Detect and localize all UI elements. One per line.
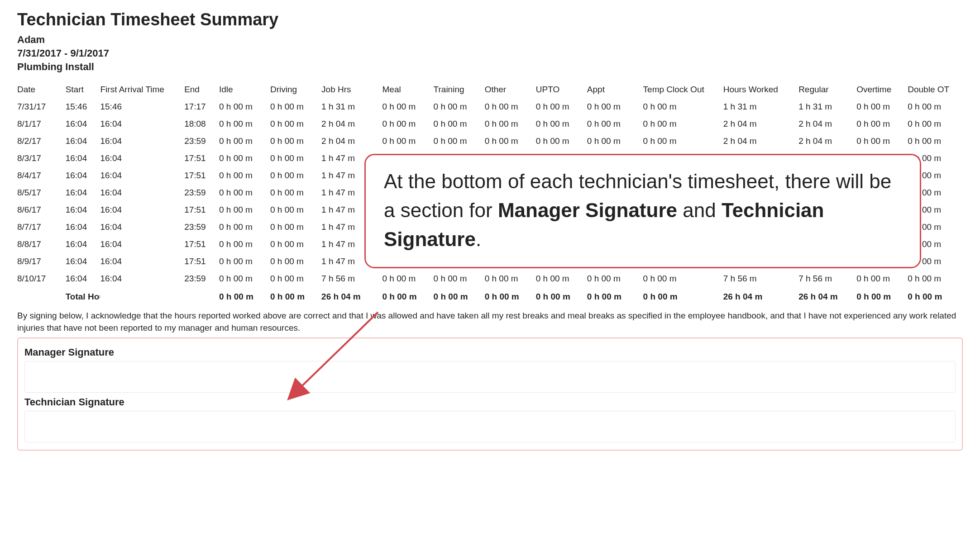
cell-upto: 0 h 00 m	[536, 270, 587, 287]
cell-regular: 2 h 04 m	[798, 115, 856, 133]
totals-dot: 0 h 00 m	[908, 287, 963, 305]
cell-job: 1 h 31 m	[321, 98, 382, 115]
col-training: Training	[434, 81, 485, 98]
cell-end: 23:59	[184, 219, 219, 236]
technician-signature-label: Technician Signature	[24, 396, 956, 408]
cell-other: 0 h 00 m	[485, 115, 536, 133]
cell-date: 8/6/17	[17, 201, 66, 219]
totals-appt: 0 h 00 m	[587, 287, 643, 305]
cell-idle: 0 h 00 m	[219, 270, 270, 287]
cell-training: 0 h 00 m	[434, 270, 485, 287]
cell-first_arrival: 16:04	[100, 219, 184, 236]
cell-appt: 0 h 00 m	[587, 98, 643, 115]
col-upto: UPTO	[536, 81, 587, 98]
cell-first_arrival: 16:04	[100, 253, 184, 270]
cell-meal: 0 h 00 m	[382, 270, 434, 287]
cell-end: 17:17	[184, 98, 219, 115]
table-row: 8/1/1716:0416:0418:080 h 00 m0 h 00 m2 h…	[17, 115, 963, 133]
cell-appt: 0 h 00 m	[587, 133, 643, 150]
totals-idle: 0 h 00 m	[219, 287, 270, 305]
col-other: Other	[485, 81, 536, 98]
cell-job: 7 h 56 m	[321, 270, 382, 287]
svg-line-0	[299, 312, 378, 389]
cell-start: 16:04	[66, 236, 100, 253]
cell-dot: 0 h 00 m	[908, 270, 963, 287]
cell-idle: 0 h 00 m	[219, 150, 270, 167]
business-unit: Plumbing Install	[17, 61, 963, 73]
cell-regular: 1 h 31 m	[798, 98, 856, 115]
cell-other: 0 h 00 m	[485, 133, 536, 150]
cell-start: 16:04	[66, 115, 100, 133]
cell-start: 16:04	[66, 201, 100, 219]
cell-first_arrival: 16:04	[100, 167, 184, 184]
cell-temp: 0 h 00 m	[643, 98, 723, 115]
col-regular: Regular	[798, 81, 856, 98]
cell-end: 17:51	[184, 236, 219, 253]
cell-temp: 0 h 00 m	[643, 133, 723, 150]
cell-start: 16:04	[66, 253, 100, 270]
cell-ot: 0 h 00 m	[856, 133, 908, 150]
cell-start: 15:46	[66, 98, 100, 115]
cell-start: 16:04	[66, 270, 100, 287]
date-range: 7/31/2017 - 9/1/2017	[17, 48, 963, 59]
table-row: 8/10/1716:0416:0423:590 h 00 m0 h 00 m7 …	[17, 270, 963, 287]
manager-signature-box[interactable]	[24, 361, 956, 393]
technician-signature-box[interactable]	[24, 411, 956, 442]
col-start: Start	[66, 81, 100, 98]
cell-date: 8/10/17	[17, 270, 66, 287]
table-row: 8/2/1716:0416:0423:590 h 00 m0 h 00 m2 h…	[17, 133, 963, 150]
cell-appt: 0 h 00 m	[587, 115, 643, 133]
cell-first_arrival: 16:04	[100, 115, 184, 133]
acknowledgement-text: By signing below, I acknowledge that the…	[17, 310, 963, 334]
cell-other: 0 h 00 m	[485, 98, 536, 115]
cell-idle: 0 h 00 m	[219, 236, 270, 253]
cell-end: 23:59	[184, 133, 219, 150]
signature-section: Manager Signature Technician Signature	[17, 337, 963, 451]
cell-regular: 2 h 04 m	[798, 133, 856, 150]
cell-date: 7/31/17	[17, 98, 66, 115]
cell-idle: 0 h 00 m	[219, 115, 270, 133]
cell-dot: 0 h 00 m	[908, 98, 963, 115]
cell-appt: 0 h 00 m	[587, 270, 643, 287]
cell-end: 17:51	[184, 253, 219, 270]
col-job-hrs: Job Hrs	[321, 81, 382, 98]
cell-first_arrival: 16:04	[100, 236, 184, 253]
cell-date: 8/2/17	[17, 133, 66, 150]
cell-regular: 7 h 56 m	[798, 270, 856, 287]
cell-meal: 0 h 00 m	[382, 115, 434, 133]
annotation-callout: At the bottom of each technician's times…	[364, 154, 921, 268]
totals-upto: 0 h 00 m	[536, 287, 587, 305]
cell-idle: 0 h 00 m	[219, 253, 270, 270]
page-title: Technician Timesheet Summary	[17, 10, 963, 29]
cell-hours: 2 h 04 m	[723, 133, 798, 150]
cell-idle: 0 h 00 m	[219, 184, 270, 201]
cell-idle: 0 h 00 m	[219, 201, 270, 219]
cell-start: 16:04	[66, 150, 100, 167]
table-header-row: Date Start First Arrival Time End Idle D…	[17, 81, 963, 98]
totals-temp: 0 h 00 m	[643, 287, 723, 305]
technician-name: Adam	[17, 34, 963, 46]
table-row: 7/31/1715:4615:4617:170 h 00 m0 h 00 m1 …	[17, 98, 963, 115]
cell-date: 8/5/17	[17, 184, 66, 201]
totals-blank	[100, 287, 184, 305]
totals-row: Total Hours0 h 00 m0 h 00 m26 h 04 m0 h …	[17, 287, 963, 305]
cell-idle: 0 h 00 m	[219, 133, 270, 150]
totals-meal: 0 h 00 m	[382, 287, 434, 305]
cell-dot: 0 h 00 m	[908, 115, 963, 133]
col-meal: Meal	[382, 81, 434, 98]
cell-start: 16:04	[66, 184, 100, 201]
cell-first_arrival: 16:04	[100, 270, 184, 287]
cell-hours: 1 h 31 m	[723, 98, 798, 115]
totals-blank	[184, 287, 219, 305]
cell-hours: 7 h 56 m	[723, 270, 798, 287]
cell-hours: 2 h 04 m	[723, 115, 798, 133]
cell-driving: 0 h 00 m	[270, 150, 321, 167]
col-double-ot: Double OT	[908, 81, 963, 98]
cell-driving: 0 h 00 m	[270, 253, 321, 270]
cell-training: 0 h 00 m	[434, 115, 485, 133]
totals-label: Total Hours	[66, 287, 100, 305]
totals-other: 0 h 00 m	[485, 287, 536, 305]
cell-upto: 0 h 00 m	[536, 133, 587, 150]
cell-first_arrival: 16:04	[100, 150, 184, 167]
cell-meal: 0 h 00 m	[382, 98, 434, 115]
